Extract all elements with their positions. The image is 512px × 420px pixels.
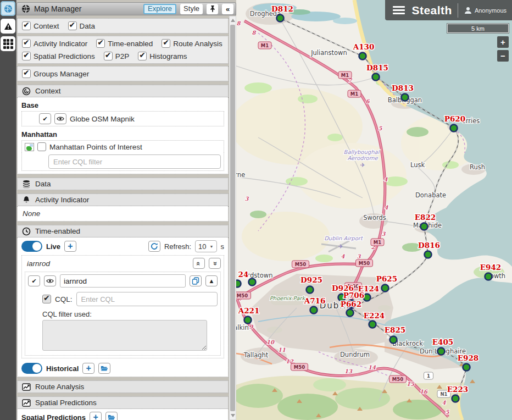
browse-historical-button[interactable] (98, 363, 110, 374)
marker-dot[interactable] (369, 321, 376, 328)
refresh-interval-select[interactable]: 10 ▼ (195, 240, 216, 252)
scroll-down-icon[interactable] (231, 414, 235, 417)
section-data-header[interactable]: Data (17, 178, 229, 190)
marker-dot[interactable] (390, 336, 397, 344)
toggle-groups[interactable]: Groups Manager (22, 69, 89, 78)
add-spatial-button[interactable]: + (90, 412, 102, 420)
alerts-tool-button[interactable] (1, 19, 15, 34)
toggle-data[interactable]: Data (68, 21, 96, 30)
section-activity-header[interactable]: Activity Indicator (17, 194, 229, 206)
layer-name-input[interactable] (60, 274, 186, 288)
pin-button[interactable] (207, 4, 218, 14)
time-checkbox[interactable] (96, 39, 105, 48)
marker-dot[interactable] (236, 280, 241, 288)
add-live-layer-button[interactable]: + (64, 241, 76, 252)
marker-dot[interactable] (485, 273, 492, 280)
toggle-p2p[interactable]: P2P (104, 52, 130, 60)
collapse-all-button[interactable]: « (193, 258, 205, 269)
osm-enabled-button[interactable]: ✔ (39, 113, 51, 124)
marker-dot[interactable] (307, 286, 314, 294)
osm-visibility-button[interactable] (54, 113, 66, 124)
folder-open-icon (101, 364, 108, 372)
activity-checkbox[interactable] (22, 39, 31, 48)
layer-visibility-button[interactable] (44, 275, 56, 286)
marker-dot[interactable] (364, 294, 371, 301)
toggle-spatial[interactable]: Spatial Predictions (22, 52, 95, 60)
menu-icon[interactable] (393, 6, 405, 14)
marker-label: A716 (304, 296, 326, 305)
map-marker[interactable] (236, 280, 241, 288)
user-menu[interactable]: Anonymous (464, 6, 507, 15)
p2p-check-label: P2P (115, 52, 130, 60)
toggle-histograms[interactable]: Histograms (138, 52, 187, 60)
left-toolbar (0, 0, 16, 420)
cql-used-textarea[interactable] (42, 320, 207, 351)
scrollbar-thumb[interactable] (230, 25, 235, 411)
browse-spatial-button[interactable] (105, 412, 118, 420)
groups-checkbox[interactable] (22, 69, 31, 78)
section-time-header[interactable]: Time-enabled (17, 225, 229, 237)
map-manager-panel: Map Manager Explore Style « Context Data (16, 2, 236, 420)
marker-dot[interactable] (450, 125, 458, 132)
panel-scrollbar[interactable] (229, 16, 236, 420)
marker-dot[interactable] (359, 53, 366, 60)
cql-input[interactable] (76, 292, 218, 306)
tab-explore[interactable]: Explore (143, 4, 176, 14)
toggle-activity[interactable]: Activity Indicator (22, 39, 87, 48)
marker-dot[interactable] (402, 94, 409, 101)
layer-enabled-button[interactable]: ✔ (28, 275, 40, 286)
marker-dot[interactable] (277, 15, 284, 22)
road-shield-m1: M1 (348, 90, 361, 97)
context-checkbox[interactable] (22, 21, 31, 30)
marker-dot[interactable] (463, 364, 470, 371)
spatial-checkbox[interactable] (22, 52, 31, 60)
scale-bar: 5 km (447, 24, 509, 33)
section-context-header[interactable]: Context (17, 85, 229, 97)
manhattan-checkbox[interactable] (37, 142, 46, 151)
junction-number: 4 (385, 205, 389, 211)
apps-tool-button[interactable] (1, 36, 15, 51)
spatial-row-label: Spatial Predictions (21, 413, 86, 420)
marker-dot[interactable] (425, 251, 432, 258)
marker-dot[interactable] (438, 348, 445, 355)
route-checkbox[interactable] (162, 39, 170, 48)
scale-label: 5 km (471, 25, 485, 32)
scroll-up-icon[interactable] (231, 19, 235, 22)
p2p-checkbox[interactable] (104, 52, 113, 60)
collapse-panel-button[interactable]: « (222, 4, 233, 14)
town-label: rne (236, 171, 245, 179)
historical-toggle[interactable] (21, 363, 42, 374)
marker-dot[interactable] (347, 310, 354, 317)
histograms-checkbox[interactable] (138, 52, 147, 60)
marker-dot[interactable] (421, 223, 428, 230)
map-tool-button[interactable] (1, 1, 15, 16)
marker-dot[interactable] (382, 285, 389, 292)
marker-dot[interactable] (244, 317, 252, 324)
globe-icon (4, 4, 13, 13)
marker-dot[interactable] (452, 395, 459, 402)
junction-number: 11 (278, 347, 286, 353)
add-historical-layer-button[interactable]: + (82, 363, 94, 374)
section-spatial-header[interactable]: Spatial Predictions (17, 396, 229, 409)
live-toggle[interactable] (21, 241, 42, 252)
toggle-route[interactable]: Route Analysis (162, 39, 222, 48)
toggle-time[interactable]: Time-enabled (96, 39, 153, 48)
refresh-button[interactable] (148, 241, 160, 252)
marker-dot[interactable] (372, 74, 380, 81)
zoom-out-button[interactable]: − (497, 50, 509, 62)
expand-all-button[interactable]: « (209, 258, 221, 269)
marker-dot[interactable] (310, 307, 318, 314)
section-spatial-body: Spatial Predictions + (17, 409, 229, 420)
zoom-in-button[interactable]: + (497, 36, 509, 48)
toggle-context[interactable]: Context (22, 21, 59, 30)
manhattan-cql-input[interactable] (48, 154, 221, 169)
marker-dot[interactable] (249, 279, 256, 286)
layer-row-manhattan: Manhattan Points of Interest (21, 140, 224, 153)
map-canvas[interactable]: 887654343234791011121314151645 M1M1M1M1M… (236, 0, 512, 420)
tab-style[interactable]: Style (180, 4, 203, 14)
section-route-header[interactable]: Route Analysis (17, 380, 229, 393)
collapse-layer-button[interactable]: ▲ (205, 275, 218, 286)
duplicate-layer-button[interactable] (190, 275, 202, 286)
data-checkbox[interactable] (68, 21, 77, 30)
cql-checkbox[interactable] (42, 295, 51, 303)
